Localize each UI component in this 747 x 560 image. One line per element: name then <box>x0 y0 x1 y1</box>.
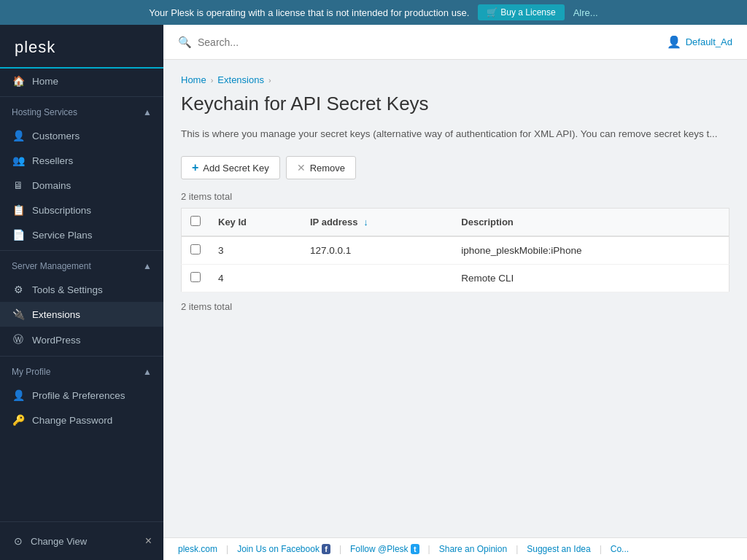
user-area[interactable]: 👤 Default_Ad <box>667 35 732 49</box>
select-all-checkbox[interactable] <box>190 216 201 226</box>
breadcrumb-sep-1: › <box>211 76 214 85</box>
header-checkbox-col <box>182 209 210 237</box>
row2-checkbox-cell <box>182 265 210 292</box>
server-management-chevron: ▲ <box>143 261 152 271</box>
breadcrumb: Home › Extensions › <box>181 74 729 85</box>
sidebar-divider-1 <box>0 96 163 97</box>
remove-button[interactable]: ✕ Remove <box>286 156 356 179</box>
breadcrumb-sep-2: › <box>268 76 271 85</box>
tools-settings-icon: ⚙ <box>12 284 25 295</box>
row1-key-id: 3 <box>209 236 301 265</box>
domains-icon: 🖥 <box>12 179 25 191</box>
header-key-id: Key Id <box>209 209 301 237</box>
sidebar-logo: plesk <box>0 25 163 69</box>
remove-icon: ✕ <box>297 162 306 174</box>
banner-text: Your Plesk is operating with a license t… <box>149 7 469 18</box>
sidebar-item-subscriptions[interactable]: 📋 Subscriptions <box>0 198 163 222</box>
sidebar-item-profile-preferences[interactable]: 👤 Profile & Preferences <box>0 383 163 408</box>
footer: plesk.com | Join Us on Facebook f | Foll… <box>163 537 747 560</box>
sidebar-section-server-management[interactable]: Server Management ▲ <box>0 254 163 277</box>
content-area: Home › Extensions › Keychain for API Sec… <box>163 60 747 537</box>
extensions-icon: 🔌 <box>12 308 25 320</box>
change-password-icon: 🔑 <box>12 414 25 426</box>
page-title: Keychain for API Secret Keys <box>181 93 729 115</box>
sidebar: plesk 🏠 Home Hosting Services ▲ 👤 Custom… <box>0 25 163 560</box>
row2-description: Remote CLI <box>452 265 729 292</box>
customers-icon: 👤 <box>12 130 25 141</box>
facebook-icon: f <box>322 544 330 554</box>
sidebar-item-resellers[interactable]: 👥 Resellers <box>0 148 163 173</box>
footer-follow-twitter[interactable]: Follow @Plesk t <box>350 544 419 554</box>
row2-key-id: 4 <box>209 265 301 292</box>
sidebar-item-extensions[interactable]: 🔌 Extensions <box>0 302 163 327</box>
main-content: 🔍 👤 Default_Ad Home › Extensions › Keych… <box>163 25 747 560</box>
my-profile-chevron: ▲ <box>143 367 152 377</box>
footer-share-opinion[interactable]: Share an Opinion <box>439 544 507 554</box>
sidebar-item-wordpress[interactable]: Ⓦ WordPress <box>0 327 163 353</box>
search-input[interactable] <box>198 36 344 48</box>
sidebar-item-tools-settings[interactable]: ⚙ Tools & Settings <box>0 277 163 302</box>
search-box: 🔍 <box>178 36 344 49</box>
twitter-icon: t <box>411 544 419 554</box>
sidebar-item-customers[interactable]: 👤 Customers <box>0 123 163 148</box>
row1-checkbox-cell <box>182 236 210 265</box>
row1-ip-address: 127.0.0.1 <box>301 236 452 265</box>
hosting-services-chevron: ▲ <box>143 107 152 117</box>
resellers-icon: 👥 <box>12 155 25 166</box>
change-view-item[interactable]: ⊙ Change View × <box>0 528 163 554</box>
sidebar-item-service-plans[interactable]: 📄 Service Plans <box>0 222 163 247</box>
sort-icon: ↓ <box>363 217 368 228</box>
subscriptions-icon: 📋 <box>12 204 25 216</box>
sidebar-item-change-password[interactable]: 🔑 Change Password <box>0 408 163 432</box>
row1-description: iphone_pleskMobile:iPhone <box>452 236 729 265</box>
sidebar-bottom: ⊙ Change View × <box>0 521 163 560</box>
sidebar-item-domains[interactable]: 🖥 Domains <box>0 173 163 198</box>
sidebar-divider-2 <box>0 250 163 251</box>
search-icon: 🔍 <box>178 36 192 49</box>
description-text: This is where you manage your secret key… <box>181 127 729 141</box>
items-count-top: 2 items total <box>181 191 729 202</box>
footer-join-facebook[interactable]: Join Us on Facebook f <box>237 544 330 554</box>
buy-license-button[interactable]: 🛒 Buy a License <box>478 4 564 20</box>
footer-co[interactable]: Co... <box>611 544 629 554</box>
header-ip-address[interactable]: IP address ↓ <box>301 209 452 237</box>
toolbar: + Add Secret Key ✕ Remove <box>181 156 729 179</box>
row1-checkbox[interactable] <box>190 244 201 254</box>
footer-suggest-idea[interactable]: Suggest an Idea <box>527 544 590 554</box>
row2-ip-address <box>301 265 452 292</box>
sidebar-divider-3 <box>0 356 163 357</box>
banner-extra: Alre... <box>573 7 598 18</box>
add-secret-key-button[interactable]: + Add Secret Key <box>181 156 280 179</box>
table-row: 3 127.0.0.1 iphone_pleskMobile:iPhone <box>182 236 729 265</box>
sidebar-section-my-profile[interactable]: My Profile ▲ <box>0 359 163 383</box>
wordpress-icon: Ⓦ <box>12 333 25 346</box>
table-row: 4 Remote CLI <box>182 265 729 292</box>
change-view-close-icon[interactable]: × <box>145 534 152 548</box>
table-header-row: Key Id IP address ↓ Description <box>182 209 729 237</box>
sidebar-section-hosting-services[interactable]: Hosting Services ▲ <box>0 100 163 123</box>
user-icon: 👤 <box>667 35 681 49</box>
change-view-icon: ⊙ <box>12 535 25 547</box>
top-bar: 🔍 👤 Default_Ad <box>163 25 747 60</box>
breadcrumb-extensions[interactable]: Extensions <box>217 74 264 85</box>
header-description: Description <box>452 209 729 237</box>
license-banner: Your Plesk is operating with a license t… <box>0 0 747 25</box>
add-icon: + <box>192 161 198 174</box>
row2-checkbox[interactable] <box>190 272 201 282</box>
profile-preferences-icon: 👤 <box>12 389 25 401</box>
footer-plesk-com[interactable]: plesk.com <box>178 544 217 554</box>
service-plans-icon: 📄 <box>12 229 25 241</box>
breadcrumb-home[interactable]: Home <box>181 74 206 85</box>
data-table: Key Id IP address ↓ Description <box>181 208 729 292</box>
items-count-bottom: 2 items total <box>181 301 729 312</box>
user-label: Default_Ad <box>686 36 732 47</box>
home-icon: 🏠 <box>12 75 25 87</box>
sidebar-item-home[interactable]: 🏠 Home <box>0 69 163 93</box>
